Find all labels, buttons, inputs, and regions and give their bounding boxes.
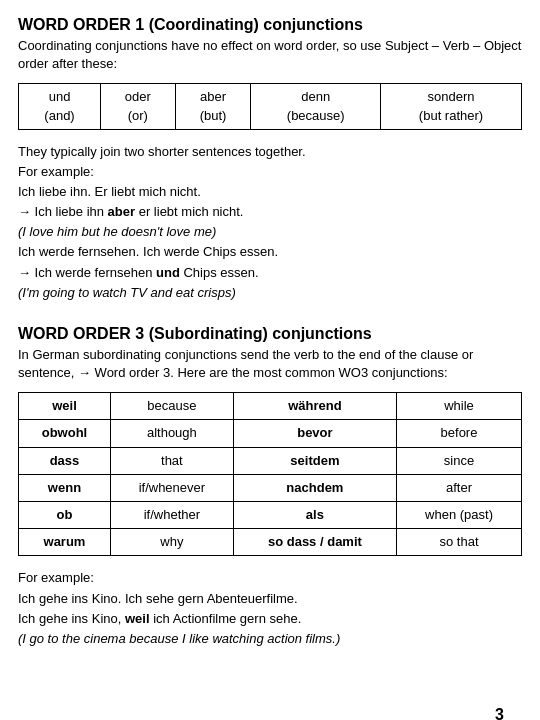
cell-that: that — [110, 447, 233, 474]
table-row: wenn if/whenever nachdem after — [19, 474, 522, 501]
table-cell-sondern: sondern(but rather) — [381, 84, 522, 129]
subordinating-conjunctions-table: weil because während while obwohl althou… — [18, 392, 522, 556]
section2-examples: For example: Ich gehe ins Kino. Ich sehe… — [18, 568, 522, 649]
example-arrow1: → Ich liebe ihn — [18, 204, 108, 219]
section2: WORD ORDER 3 (Subordinating) conjunction… — [18, 325, 522, 649]
section1-title: WORD ORDER 1 (Coordinating) conjunctions — [18, 16, 522, 34]
table-row: obwohl although bevor before — [19, 420, 522, 447]
cell-dass: dass — [19, 447, 111, 474]
example-italic2: (I'm going to watch TV and eat crisps) — [18, 285, 236, 300]
cell-wenn: wenn — [19, 474, 111, 501]
cell-because: because — [110, 393, 233, 420]
example-line4: er liebt mich nicht. — [135, 204, 243, 219]
cell-why: why — [110, 529, 233, 556]
cell-after: after — [397, 474, 522, 501]
cell-als: als — [233, 502, 396, 529]
cell-ob: ob — [19, 502, 111, 529]
cell-nachdem: nachdem — [233, 474, 396, 501]
s2-line1: For example: — [18, 570, 94, 585]
cell-obwohl: obwohl — [19, 420, 111, 447]
cell-before: before — [397, 420, 522, 447]
example-line2: For example: — [18, 164, 94, 179]
cell-seitdem: seitdem — [233, 447, 396, 474]
table-row: und(and) oder(or) aber(but) denn(because… — [19, 84, 522, 129]
table-cell-denn: denn(because) — [251, 84, 381, 129]
cell-warum: warum — [19, 529, 111, 556]
s2-line3b: ich Actionfilme gern sehe. — [150, 611, 302, 626]
aber-word: aber — [108, 204, 135, 219]
example-line3: Ich liebe ihn. Er liebt mich nicht. — [18, 184, 201, 199]
cell-if-whenever: if/whenever — [110, 474, 233, 501]
cell-while: while — [397, 393, 522, 420]
example-arrow2: → Ich werde fernsehen — [18, 265, 156, 280]
s2-italic1: (I go to the cinema because I like watch… — [18, 631, 340, 646]
und-word: und — [156, 265, 180, 280]
coordinating-conjunctions-table: und(and) oder(or) aber(but) denn(because… — [18, 83, 522, 129]
example-line5: Ich werde fernsehen. Ich werde Chips ess… — [18, 244, 278, 259]
table-cell-aber: aber(but) — [175, 84, 251, 129]
s2-line3a: Ich gehe ins Kino, — [18, 611, 125, 626]
s2-line2: Ich gehe ins Kino. Ich sehe gern Abenteu… — [18, 591, 298, 606]
example-line6: Chips essen. — [180, 265, 259, 280]
cell-since: since — [397, 447, 522, 474]
section2-title: WORD ORDER 3 (Subordinating) conjunction… — [18, 325, 522, 343]
cell-wahrend: während — [233, 393, 396, 420]
table-row: dass that seitdem since — [19, 447, 522, 474]
table-cell-oder: oder(or) — [101, 84, 176, 129]
section1-intro: Coordinating conjunctions have no effect… — [18, 37, 522, 73]
table-cell-und: und(and) — [19, 84, 101, 129]
cell-when-past: when (past) — [397, 502, 522, 529]
table-row: warum why so dass / damit so that — [19, 529, 522, 556]
example-italic1: (I love him but he doesn't love me) — [18, 224, 216, 239]
page-wrapper: WORD ORDER 1 (Coordinating) conjunctions… — [18, 16, 522, 720]
page-number: 3 — [495, 706, 504, 720]
cell-weil: weil — [19, 393, 111, 420]
example-block-1: They typically join two shorter sentence… — [18, 142, 522, 303]
weil-word: weil — [125, 611, 150, 626]
example-line1: They typically join two shorter sentence… — [18, 144, 306, 159]
section2-intro: In German subordinating conjunctions sen… — [18, 346, 522, 382]
table-row: ob if/whether als when (past) — [19, 502, 522, 529]
cell-so-that: so that — [397, 529, 522, 556]
cell-sodass: so dass / damit — [233, 529, 396, 556]
cell-although: although — [110, 420, 233, 447]
cell-bevor: bevor — [233, 420, 396, 447]
table-row: weil because während while — [19, 393, 522, 420]
cell-if-whether: if/whether — [110, 502, 233, 529]
section1: WORD ORDER 1 (Coordinating) conjunctions… — [18, 16, 522, 303]
